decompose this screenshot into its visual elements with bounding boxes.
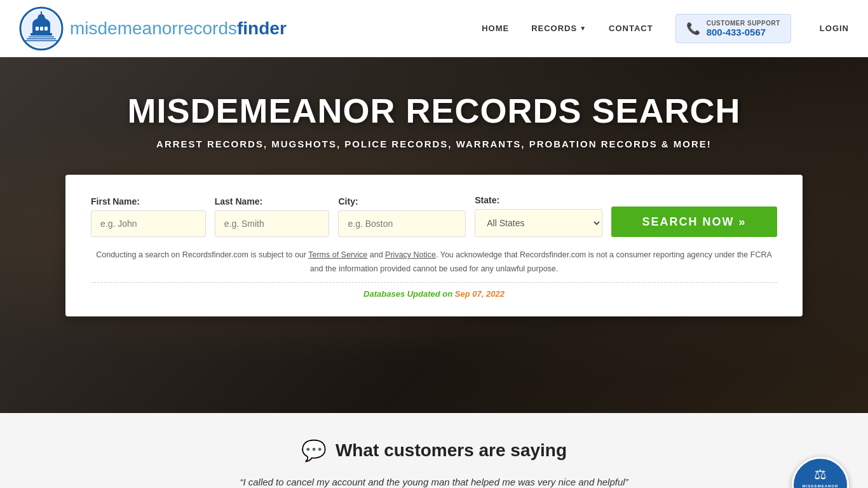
badge-circle: ⚖ MISDEMEANORRECORDS🔍RETRIEVAL SERVICE: [792, 457, 849, 488]
search-now-button[interactable]: SEARCH NOW »: [611, 207, 777, 237]
chevron-down-icon: ▼: [580, 25, 587, 32]
first-name-input[interactable]: [91, 210, 206, 237]
bottom-section: 💬 What customers are saying “I called to…: [0, 413, 868, 488]
phone-icon: 📞: [686, 22, 700, 36]
state-label: State:: [475, 195, 602, 205]
logo-area: misdemeanorrecordsfinder: [19, 6, 482, 51]
nav-records[interactable]: RECORDS ▼: [531, 24, 587, 33]
city-label: City:: [338, 196, 466, 207]
logo-icon: [19, 6, 64, 51]
hero-subtitle: ARREST RECORDS, MUGSHOTS, POLICE RECORDS…: [127, 139, 740, 149]
testimonial-quote: “I called to cancel my account and the y…: [0, 477, 868, 487]
db-updated-text: Databases Updated on Sep 07, 2022: [91, 289, 777, 299]
last-name-group: Last Name:: [215, 196, 330, 237]
svg-rect-4: [31, 33, 52, 36]
hero-content: MISDEMEANOR RECORDS SEARCH ARREST RECORD…: [127, 57, 740, 175]
svg-rect-8: [40, 27, 43, 30]
first-name-group: First Name:: [91, 196, 206, 237]
nav-contact[interactable]: CONTACT: [609, 24, 653, 33]
support-phone: 800-433-0567: [707, 27, 780, 37]
logo-text: misdemeanorrecordsfinder: [70, 18, 287, 39]
header: misdemeanorrecordsfinder HOME RECORDS ▼ …: [0, 0, 868, 57]
state-group: State: All States AlabamaAlaskaArizonaAr…: [475, 195, 602, 237]
first-name-label: First Name:: [91, 196, 206, 207]
support-label: CUSTOMER SUPPORT: [707, 20, 780, 27]
badge-gavel-icon: ⚖: [814, 466, 827, 483]
privacy-link[interactable]: Privacy Notice: [385, 250, 436, 259]
customer-support-button[interactable]: 📞 CUSTOMER SUPPORT 800-433-0567: [675, 14, 791, 43]
main-nav: HOME RECORDS ▼ CONTACT 📞 CUSTOMER SUPPOR…: [482, 14, 849, 43]
svg-point-5: [37, 14, 45, 24]
terms-link[interactable]: Terms of Service: [308, 250, 367, 259]
state-select[interactable]: All States AlabamaAlaskaArizonaArkansas …: [475, 209, 602, 237]
svg-rect-7: [36, 27, 39, 30]
svg-rect-9: [44, 27, 48, 30]
hero-title: MISDEMEANOR RECORDS SEARCH: [127, 92, 740, 130]
chat-icon: 💬: [301, 438, 327, 463]
disclaimer-text: Conducting a search on Recordsfinder.com…: [91, 248, 777, 276]
retrieval-badge: ⚖ MISDEMEANORRECORDS🔍RETRIEVAL SERVICE: [792, 457, 849, 488]
login-button[interactable]: LOGIN: [820, 24, 849, 33]
last-name-label: Last Name:: [215, 196, 330, 207]
nav-home[interactable]: HOME: [482, 24, 509, 33]
support-text: CUSTOMER SUPPORT 800-433-0567: [707, 20, 780, 37]
hero-section: MISDEMEANOR RECORDS SEARCH ARREST RECORD…: [0, 57, 868, 413]
last-name-input[interactable]: [215, 210, 330, 237]
testimonials-header: 💬 What customers are saying: [0, 438, 868, 463]
city-input[interactable]: [338, 210, 466, 237]
testimonials-title: What customers are saying: [336, 440, 567, 461]
search-card: First Name: Last Name: City: State: All …: [65, 175, 803, 316]
badge-text: MISDEMEANORRECORDS🔍RETRIEVAL SERVICE: [796, 484, 845, 488]
search-fields: First Name: Last Name: City: State: All …: [91, 195, 777, 237]
divider: [91, 282, 777, 283]
city-group: City:: [338, 196, 466, 237]
